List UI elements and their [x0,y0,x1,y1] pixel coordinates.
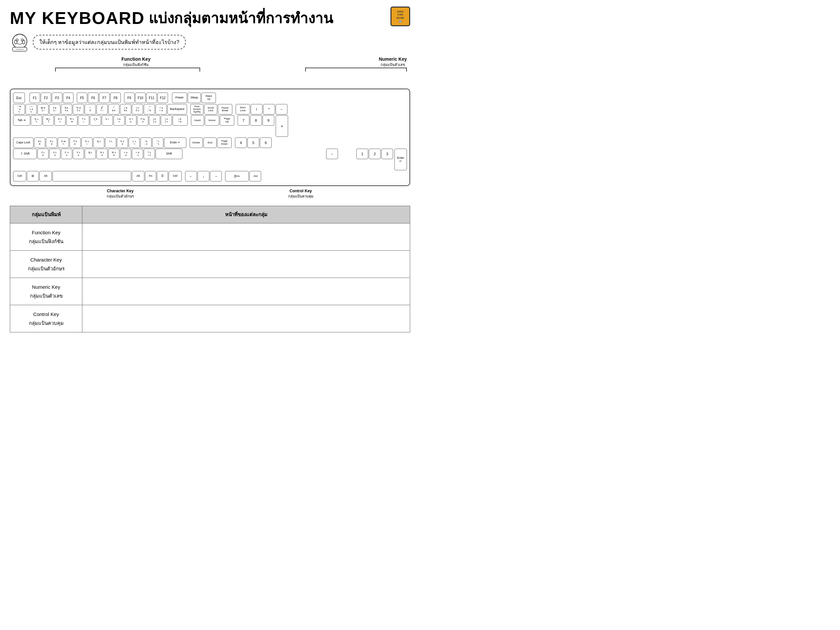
key-num-5[interactable]: 5 [248,137,259,148]
key-alt-right[interactable]: Alt [132,171,144,182]
key-arrow-down[interactable]: ↓ [197,171,209,182]
key-z[interactable]: Z ๆ ผ [38,148,49,159]
key-tilde[interactable]: ~ %` ๑ ๆ [13,104,25,115]
key-5[interactable]: % ๘5 ถ [73,104,84,115]
key-alt-left[interactable]: Alt [39,171,52,182]
key-num-lock[interactable]: NumLock [235,104,250,115]
key-f[interactable]: F ล ด [69,137,81,148]
key-space[interactable] [52,171,131,182]
key-f11[interactable]: F11 [146,93,157,103]
key-f2[interactable]: F2 [41,93,51,103]
key-h[interactable]: H ๆ ้ [93,137,104,148]
key-0[interactable]: ) จ0 จ [132,104,143,115]
key-7[interactable]: & ๊7 – [96,104,107,115]
key-num-minus[interactable]: − [276,104,287,115]
key-i[interactable]: I ณ ร [114,115,125,126]
key-n[interactable]: N ๆ ส [96,148,107,159]
key-page-up[interactable]: PageUp [220,115,234,126]
key-f5[interactable]: F5 [77,93,87,103]
key-pause[interactable]: PauseBreak [218,104,232,115]
key-shift-left[interactable]: ⇧ Shift [13,148,37,159]
key-home[interactable]: Home [205,115,219,126]
key-v[interactable]: V ๆ อ [73,148,84,159]
key-equal[interactable]: + ๑= ข [156,104,167,115]
key-8[interactable]: * ๋8 ค [108,104,120,115]
key-num-6[interactable]: 6 [260,137,272,148]
key-s[interactable]: S ๆ ห [46,137,57,148]
key-f6[interactable]: F6 [88,93,98,103]
key-caps-lock[interactable]: Caps Lock [13,137,33,148]
key-l[interactable]: L ๆ ว [129,137,140,148]
key-u[interactable]: U ะ ่ [102,115,113,126]
key-c[interactable]: C จ แ [61,148,72,159]
key-shift-right[interactable]: Shift [156,148,182,159]
key-4[interactable]: $ ต4 ม [61,104,72,115]
key-num-enter[interactable]: Enter↵ [395,148,407,170]
key-wakeup[interactable]: WakeUp [202,93,216,103]
key-m[interactable]: M ๆ ท [108,148,120,159]
key-num-plus[interactable]: + [276,115,288,137]
key-print-screen[interactable]: PrintScreenSysRq [190,104,204,115]
key-9[interactable]: ( ช9 ต [120,104,131,115]
key-quote[interactable]: " ๆ' ๆ [152,137,163,148]
key-period[interactable]: > ห. ๆ [132,148,143,159]
key-num-asterisk[interactable]: * [263,104,275,115]
key-a[interactable]: A ๆ ฟ [34,137,45,148]
key-1[interactable]: ! +1 ๑ ๆ [25,104,37,115]
key-arrow-right[interactable]: → [210,171,222,182]
key-f7[interactable]: F7 [99,93,110,103]
key-f9[interactable]: F9 [124,93,134,103]
key-num-0[interactable]: 0Ins [225,171,249,182]
key-b[interactable]: B ๆ ้ [85,148,96,159]
key-tab[interactable]: Tab ⇥ [13,115,30,126]
key-slash[interactable]: ? ๆ/ ๆ [144,148,155,159]
key-j[interactable]: J ๆ ่ [105,137,116,148]
key-num-slash[interactable]: / [251,104,262,115]
key-y[interactable]: Y ข ้ [90,115,101,126]
key-f1[interactable]: F1 [30,93,40,103]
key-esc[interactable]: Esc [13,93,25,103]
key-num-4[interactable]: 4 [235,137,247,148]
key-f8[interactable]: F8 [110,93,121,103]
key-sleep[interactable]: Sleep [188,93,201,103]
key-end[interactable]: End [204,137,216,148]
key-num-9[interactable]: 9 [262,115,274,126]
key-lbracket[interactable]: { ผ[ ป [149,115,160,126]
key-semicolon[interactable]: : ซ; จ [141,137,152,148]
key-3[interactable]: # ๒3 – [49,104,60,115]
key-f4[interactable]: F4 [63,93,74,103]
key-o[interactable]: O ฯ น [125,115,136,126]
key-insert[interactable]: Insert [191,115,204,126]
key-ctrl-left[interactable]: Ctrl [13,171,26,182]
key-num-7[interactable]: 7 [238,115,249,126]
key-2[interactable]: @ ๙2 / [38,104,49,115]
key-win[interactable]: ⊞ [27,171,39,182]
key-num-3[interactable]: 3 [381,148,393,159]
key-p[interactable]: P ญ ย [137,115,148,126]
key-power[interactable]: Power [172,93,187,103]
key-scroll-lock[interactable]: ScrollLock [204,104,217,115]
key-r[interactable]: R ๆ พ [66,115,77,126]
key-num-1[interactable]: 1 [356,148,368,159]
key-f3[interactable]: F3 [52,93,62,103]
key-backslash[interactable]: | ค\ ข [172,115,188,126]
key-enter[interactable]: Enter ↵ [164,137,186,148]
key-g[interactable]: G ๆ เ [81,137,93,148]
key-num-2[interactable]: 2 [369,148,381,159]
key-d[interactable]: D ฒ ก [58,137,69,148]
key-delete[interactable]: Delete [189,137,203,148]
key-k[interactable]: K ม ส [117,137,128,148]
key-fn[interactable]: Fn [145,171,156,182]
key-x[interactable]: X ๆ ป [49,148,60,159]
key-w[interactable]: W ๆ ใ [43,115,54,126]
key-e[interactable]: E ภ ๆ [54,115,66,126]
key-minus[interactable]: _ ๊– ข [144,104,155,115]
key-6[interactable]: ^ ุ6 [85,104,96,115]
key-num-8[interactable]: 8 [250,115,262,126]
key-t[interactable]: T จ ะ [78,115,89,126]
key-q[interactable]: Q ๐ ๆ [31,115,42,126]
key-menu[interactable]: ☰ [157,171,168,182]
key-rbracket[interactable]: } ล] ๆ [161,115,172,126]
key-f12[interactable]: F12 [158,93,168,103]
key-backspace[interactable]: Backspace [167,104,187,115]
